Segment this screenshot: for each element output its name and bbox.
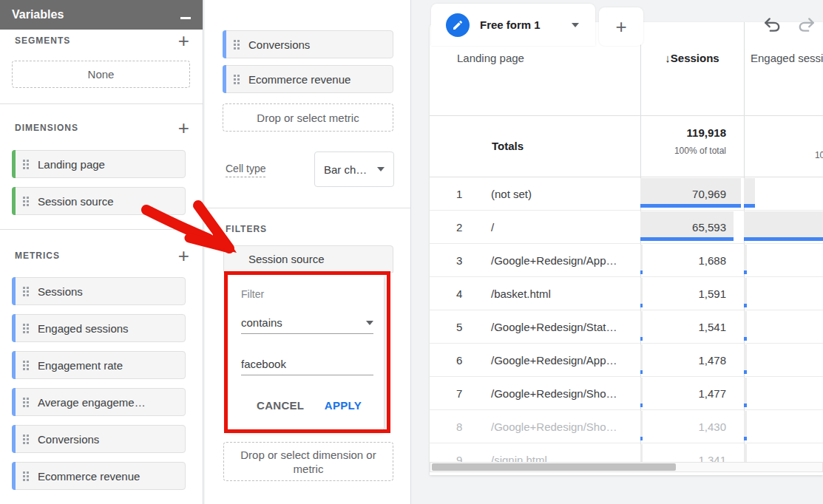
- drag-handle-icon[interactable]: [23, 287, 29, 296]
- minimize-icon[interactable]: [180, 17, 191, 19]
- sessions-cell: 1,478: [640, 344, 744, 376]
- segments-none-dropzone[interactable]: None: [12, 61, 190, 88]
- divider: [205, 208, 410, 208]
- add-tab-button[interactable]: +: [599, 7, 643, 46]
- drag-handle-icon[interactable]: [23, 471, 29, 481]
- table-row[interactable]: 4 /basket.html 1,591: [430, 277, 823, 310]
- drag-handle-icon[interactable]: [234, 75, 240, 84]
- dimension-accent: [12, 187, 16, 215]
- tab-metric-chip-conversions[interactable]: Conversions: [223, 30, 393, 58]
- totals-sessions-percent: 100% of total: [640, 146, 726, 156]
- drag-handle-icon[interactable]: [23, 197, 29, 206]
- sessions-cell: 1,541: [640, 310, 744, 343]
- add-metric-button[interactable]: +: [178, 248, 189, 263]
- sessions-value: 1,541: [698, 321, 726, 333]
- redo-icon[interactable]: [796, 15, 817, 34]
- drag-handle-icon[interactable]: [23, 435, 29, 444]
- drag-handle-icon[interactable]: [23, 361, 29, 370]
- header-engaged-sessions[interactable]: Engaged sessions: [751, 52, 823, 64]
- drag-handle-icon[interactable]: [23, 398, 29, 407]
- drag-handle-icon[interactable]: [23, 160, 29, 169]
- add-dimension-button[interactable]: +: [178, 120, 189, 135]
- metric-chip-ecommerce-revenue[interactable]: Ecommerce revenue: [12, 462, 186, 490]
- add-segment-button[interactable]: +: [178, 33, 189, 48]
- totals-engaged-percent: 100% of total: [744, 150, 823, 160]
- totals-label: Totals: [492, 140, 524, 152]
- segments-label: SEGMENTS: [15, 35, 70, 46]
- row-number: 8: [456, 420, 462, 433]
- engaged-cell: [744, 310, 823, 343]
- chevron-down-icon: [366, 321, 373, 325]
- row-number: 5: [456, 321, 462, 333]
- filter-value-text: facebook: [241, 358, 286, 370]
- cell-type-label: Cell type: [226, 163, 265, 177]
- table-row[interactable]: 1 (not set) 70,969: [430, 177, 823, 211]
- metrics-section-header: METRICS +: [0, 248, 203, 263]
- metric-accent: [12, 425, 16, 453]
- undo-icon[interactable]: [762, 15, 782, 34]
- row-label: /Google+Redesign/App…: [491, 354, 617, 367]
- row-label: /Google+Redesign/Sho…: [491, 387, 617, 400]
- header-sessions-sorted[interactable]: ↓Sessions: [640, 52, 744, 64]
- apply-button[interactable]: APPLY: [325, 399, 362, 412]
- sort-descending-icon: ↓: [665, 52, 671, 64]
- row-label: /Google+Redesign/App…: [491, 254, 617, 267]
- metric-accent: [12, 388, 16, 416]
- freeform-table-card: Landing page ↓Sessions Engaged sessions …: [430, 22, 823, 475]
- bar-chart-cell: [744, 378, 747, 407]
- table-row[interactable]: 2 / 65,593: [430, 211, 823, 244]
- drop-dimension-or-metric-dropzone[interactable]: Drop or select dimension or metric: [223, 442, 393, 481]
- row-number: 4: [456, 287, 462, 300]
- row-label: /: [491, 221, 494, 234]
- metric-chip-engagement-rate[interactable]: Engagement rate: [12, 351, 186, 379]
- bar-chart-cell: [744, 211, 823, 241]
- bar-chart-cell: [744, 278, 747, 307]
- sessions-value: 1,591: [698, 287, 726, 300]
- cancel-button[interactable]: CANCEL: [257, 399, 304, 412]
- tab-name: Free form 1: [480, 18, 572, 31]
- table-row[interactable]: 7 /Google+Redesign/Sho… 1,477: [430, 377, 823, 410]
- filter-operator-value: contains: [241, 316, 282, 329]
- engaged-cell: [744, 377, 823, 409]
- table-row[interactable]: 9 /signin.html 1,341: [430, 443, 823, 463]
- filter-value-input[interactable]: facebook: [241, 353, 373, 375]
- metric-chip-average-engagement[interactable]: Average engageme…: [12, 388, 186, 416]
- cell-type-select[interactable]: Bar ch…: [314, 151, 394, 187]
- drop-metric-dropzone[interactable]: Drop or select metric: [223, 103, 393, 132]
- dimension-accent: [12, 150, 16, 178]
- sessions-cell: 1,688: [640, 244, 744, 276]
- sessions-value: 1,477: [698, 387, 726, 400]
- totals-sessions: 119,918 100% of total: [640, 126, 726, 156]
- metrics-label: METRICS: [15, 251, 60, 261]
- bar-chart-cell: [744, 245, 747, 274]
- bar-chart-cell: [744, 311, 747, 341]
- edit-pencil-icon: [446, 13, 470, 37]
- filter-operator-select[interactable]: contains: [241, 312, 373, 334]
- tab-metric-chip-ecommerce-revenue[interactable]: Ecommerce revenue: [223, 65, 393, 93]
- header-landing-page[interactable]: Landing page: [457, 52, 524, 64]
- horizontal-scrollbar[interactable]: [430, 462, 823, 472]
- dimension-chip-session-source[interactable]: Session source: [12, 187, 186, 215]
- chip-label: Conversions: [38, 433, 99, 446]
- filter-chip-session-source[interactable]: Session source: [223, 245, 393, 273]
- scrollbar-thumb[interactable]: [432, 463, 676, 471]
- chip-label: Conversions: [248, 38, 310, 51]
- table-row[interactable]: 8 /Google+Redesign/Sho… 1,430: [430, 410, 823, 443]
- sessions-value: 65,593: [692, 221, 726, 234]
- table-row[interactable]: 3 /Google+Redesign/App… 1,688: [430, 244, 823, 277]
- chevron-down-icon[interactable]: [572, 23, 579, 27]
- tab-free-form-1[interactable]: Free form 1: [431, 4, 595, 46]
- filter-chip-label: Session source: [248, 253, 325, 265]
- metric-chip-conversions[interactable]: Conversions: [12, 425, 186, 453]
- dimension-chip-landing-page[interactable]: Landing page: [12, 150, 186, 178]
- variables-panel: Variables SEGMENTS + None DIMENSIONS + L…: [0, 0, 203, 504]
- metric-accent: [223, 30, 226, 58]
- metric-chip-engaged-sessions[interactable]: Engaged sessions: [12, 314, 186, 342]
- table-row[interactable]: 5 /Google+Redesign/Stat… 1,541: [430, 310, 823, 344]
- drag-handle-icon[interactable]: [23, 324, 29, 333]
- table-row[interactable]: 6 /Google+Redesign/App… 1,478: [430, 344, 823, 377]
- bar-chart-cell: [744, 411, 747, 440]
- sessions-value: 1,688: [698, 254, 726, 267]
- drag-handle-icon[interactable]: [234, 40, 240, 50]
- metric-chip-sessions[interactable]: Sessions: [12, 277, 186, 305]
